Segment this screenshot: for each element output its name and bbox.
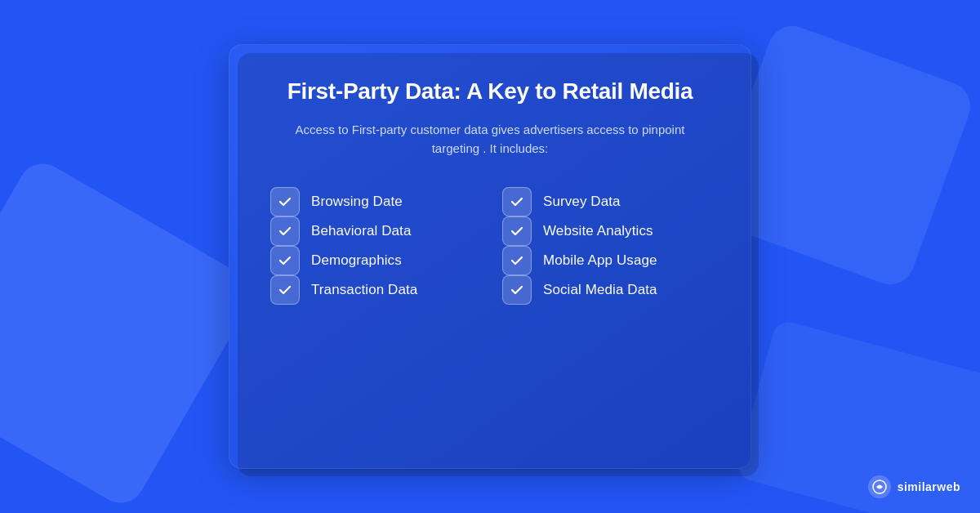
checklist-label-social-media-data: Social Media Data — [543, 282, 657, 298]
brand-name: similarweb — [898, 480, 960, 493]
similarweb-icon — [872, 480, 887, 494]
checkbox-website-analytics — [502, 216, 532, 246]
checklist-item-behavioral-data: Behavioral Data — [270, 216, 478, 246]
brand-icon — [868, 475, 891, 498]
checklist-item-mobile-app-usage: Mobile App Usage — [502, 246, 710, 275]
checklist-item-website-analytics: Website Analytics — [502, 216, 710, 246]
checklist-left-column: Browsing Date Behavioral Data Demographi… — [270, 187, 478, 305]
checklist-label-browsing-date: Browsing Date — [311, 194, 403, 210]
checkbox-behavioral-data — [270, 216, 300, 246]
main-card: First-Party Data: A Key to Retail Media … — [229, 44, 751, 469]
checkbox-social-media-data — [502, 275, 532, 305]
checklist-right-column: Survey Data Website Analytics Mobile App… — [502, 187, 710, 305]
card-title: First-Party Data: A Key to Retail Media — [270, 78, 710, 105]
checklist-label-mobile-app-usage: Mobile App Usage — [543, 252, 657, 269]
checklist-label-transaction-data: Transaction Data — [311, 282, 417, 298]
checklist-label-behavioral-data: Behavioral Data — [311, 223, 411, 239]
checklist-item-social-media-data: Social Media Data — [502, 275, 710, 305]
checklist-label-survey-data: Survey Data — [543, 194, 621, 210]
checkbox-mobile-app-usage — [502, 246, 532, 275]
brand-logo: similarweb — [868, 475, 960, 498]
checkbox-demographics — [270, 246, 300, 275]
checklist-label-website-analytics: Website Analytics — [543, 223, 653, 239]
checkbox-transaction-data — [270, 275, 300, 305]
checklist-item-transaction-data: Transaction Data — [270, 275, 478, 305]
checklist-label-demographics: Demographics — [311, 252, 402, 269]
checkbox-survey-data — [502, 187, 532, 216]
checklist-grid: Browsing Date Behavioral Data Demographi… — [270, 187, 710, 305]
checklist-item-browsing-date: Browsing Date — [270, 187, 478, 216]
checkbox-browsing-date — [270, 187, 300, 216]
checklist-item-survey-data: Survey Data — [502, 187, 710, 216]
card-subtitle: Access to First-party customer data give… — [270, 120, 710, 158]
checklist-item-demographics: Demographics — [270, 246, 478, 275]
